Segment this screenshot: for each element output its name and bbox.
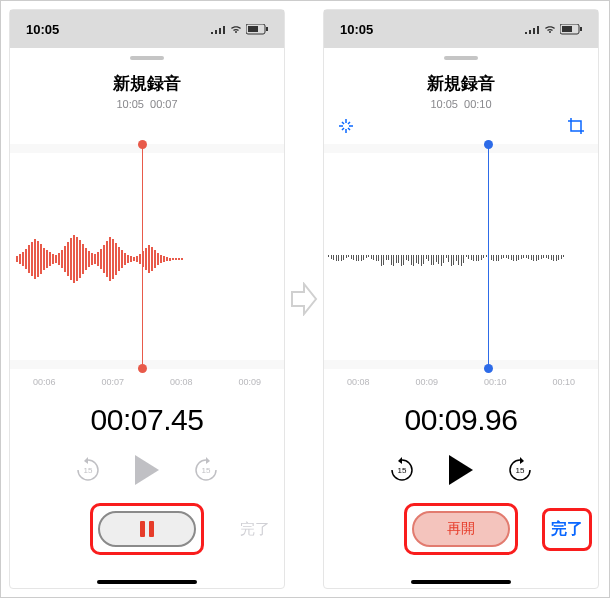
battery-icon (560, 24, 582, 35)
highlight-resume: 再開 (404, 503, 518, 555)
skip-forward-icon: 15 (507, 457, 533, 483)
wifi-icon (229, 24, 243, 34)
timeline-ticks: 00:08 00:09 00:10 00:10 (324, 377, 598, 387)
enhance-button[interactable] (336, 116, 356, 136)
svg-rect-6 (562, 26, 572, 32)
recording-meta: 10:05 00:10 (324, 98, 598, 110)
highlight-pause (90, 503, 204, 555)
phone-recording: 10:05 新規録音 10:05 00:07 00:06 00:07 00:08… (9, 9, 285, 589)
done-button[interactable]: 完了 (551, 520, 583, 537)
pause-button[interactable] (98, 511, 196, 547)
skip-back-icon: 15 (75, 457, 101, 483)
playhead[interactable] (488, 144, 489, 369)
skip-forward-button[interactable]: 15 (507, 457, 533, 483)
timeline-ticks: 00:06 00:07 00:08 00:09 (10, 377, 284, 387)
play-button[interactable] (135, 455, 159, 485)
recording-title: 新規録音 (10, 72, 284, 95)
skip-forward-icon: 15 (193, 457, 219, 483)
waveform (328, 255, 594, 261)
waveform (16, 234, 183, 284)
crop-icon (566, 116, 586, 136)
pause-icon (140, 521, 154, 537)
signal-icon (210, 24, 226, 34)
playback-controls: 15 15 (10, 455, 284, 485)
clock: 10:05 (26, 22, 59, 37)
play-icon (135, 455, 159, 485)
home-indicator[interactable] (97, 580, 197, 584)
transition-arrow (289, 282, 319, 316)
enhance-icon (336, 116, 356, 136)
signal-icon (524, 24, 540, 34)
drag-handle[interactable] (130, 56, 164, 60)
svg-text:15: 15 (398, 466, 407, 475)
drag-handle[interactable] (444, 56, 478, 60)
edit-toolbar (324, 110, 598, 136)
skip-back-icon: 15 (389, 457, 415, 483)
home-indicator[interactable] (411, 580, 511, 584)
status-bar: 10:05 (10, 10, 284, 48)
recording-meta: 10:05 00:07 (10, 98, 284, 110)
recording-title: 新規録音 (324, 72, 598, 95)
resume-label: 再開 (447, 520, 475, 538)
status-icons (210, 24, 268, 35)
waveform-area[interactable]: 00:06 00:07 00:08 00:09 (10, 144, 284, 369)
wifi-icon (543, 24, 557, 34)
crop-button[interactable] (566, 116, 586, 136)
status-bar: 10:05 (324, 10, 598, 48)
playhead[interactable] (142, 144, 143, 369)
svg-text:15: 15 (516, 466, 525, 475)
battery-icon (246, 24, 268, 35)
status-icons (524, 24, 582, 35)
svg-rect-1 (248, 26, 258, 32)
svg-rect-2 (266, 27, 268, 31)
play-button[interactable] (449, 455, 473, 485)
done-button[interactable]: 完了 (240, 520, 270, 539)
svg-rect-7 (580, 27, 582, 31)
playback-controls: 15 15 (324, 455, 598, 485)
phone-paused: 10:05 新規録音 10:05 00:10 (323, 9, 599, 589)
clock: 10:05 (340, 22, 373, 37)
svg-text:15: 15 (84, 466, 93, 475)
highlight-done: 完了 (542, 508, 592, 551)
waveform-area[interactable]: 00:08 00:09 00:10 00:10 (324, 144, 598, 369)
skip-back-button[interactable]: 15 (75, 457, 101, 483)
elapsed-time: 00:09.96 (324, 403, 598, 437)
elapsed-time: 00:07.45 (10, 403, 284, 437)
svg-text:15: 15 (202, 466, 211, 475)
skip-back-button[interactable]: 15 (389, 457, 415, 483)
resume-button[interactable]: 再開 (412, 511, 510, 547)
skip-forward-button[interactable]: 15 (193, 457, 219, 483)
play-icon (449, 455, 473, 485)
arrow-right-icon (290, 282, 318, 316)
